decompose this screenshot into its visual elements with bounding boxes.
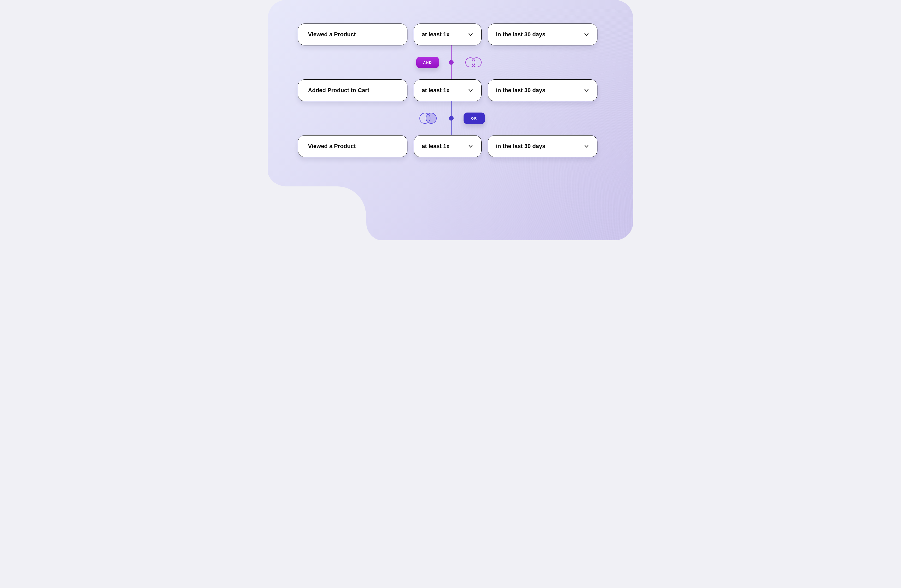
and-badge-label: AND — [423, 61, 432, 64]
timerange-dropdown[interactable]: in the last 30 days — [488, 135, 597, 157]
rule-row: Added Product to Cart at least 1x in the… — [298, 80, 605, 101]
frequency-label: at least 1x — [422, 87, 449, 94]
svg-point-1 — [472, 58, 481, 67]
event-pill[interactable]: Viewed a Product — [298, 135, 407, 157]
chevron-down-icon — [468, 143, 474, 149]
frequency-dropdown[interactable]: at least 1x — [414, 80, 482, 101]
connector-or: OR — [298, 101, 605, 135]
timerange-label: in the last 30 days — [496, 87, 546, 94]
svg-point-0 — [466, 58, 475, 67]
frequency-dropdown[interactable]: at least 1x — [414, 135, 482, 157]
event-label: Added Product to Cart — [308, 87, 369, 94]
timerange-dropdown[interactable]: in the last 30 days — [488, 80, 597, 101]
event-label: Viewed a Product — [308, 31, 356, 38]
chevron-down-icon — [468, 31, 474, 37]
event-pill[interactable]: Added Product to Cart — [298, 80, 407, 101]
rules-builder: Viewed a Product at least 1x in the last… — [298, 23, 605, 157]
venn-and-icon[interactable] — [417, 112, 439, 125]
chevron-down-icon — [468, 87, 474, 93]
and-badge[interactable]: AND — [416, 57, 439, 68]
frequency-label: at least 1x — [422, 31, 449, 38]
or-badge[interactable]: OR — [463, 112, 485, 124]
chevron-down-icon — [584, 31, 589, 37]
or-badge-label: OR — [471, 117, 477, 120]
chevron-down-icon — [584, 87, 589, 93]
timerange-label: in the last 30 days — [496, 31, 546, 38]
chevron-down-icon — [584, 143, 589, 149]
svg-point-3 — [426, 113, 436, 123]
frequency-label: at least 1x — [422, 143, 449, 150]
connector-and: AND — [298, 45, 605, 80]
rule-row: Viewed a Product at least 1x in the last… — [298, 135, 605, 157]
timerange-label: in the last 30 days — [496, 143, 546, 150]
event-label: Viewed a Product — [308, 143, 356, 150]
frequency-dropdown[interactable]: at least 1x — [414, 23, 482, 45]
venn-or-icon[interactable] — [463, 57, 483, 68]
event-pill[interactable]: Viewed a Product — [298, 23, 407, 45]
card-step-notch — [267, 186, 366, 241]
timerange-dropdown[interactable]: in the last 30 days — [488, 23, 597, 45]
rule-row: Viewed a Product at least 1x in the last… — [298, 23, 605, 45]
segment-builder-card: Viewed a Product at least 1x in the last… — [268, 0, 633, 240]
